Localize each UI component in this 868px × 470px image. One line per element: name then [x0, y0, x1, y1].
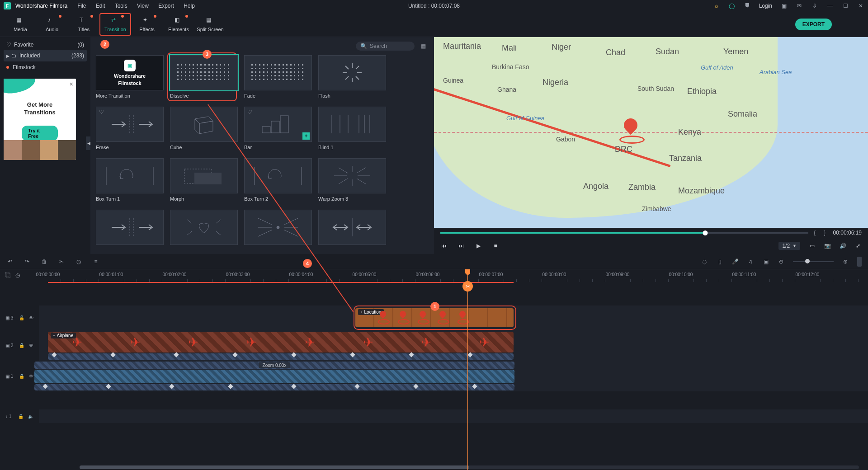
menu-help[interactable]: Help [184, 3, 195, 9]
save-icon[interactable]: ▣ [780, 2, 788, 9]
adjust-icon[interactable]: ≡ [92, 258, 99, 265]
transition-item[interactable]: Morph [170, 158, 238, 202]
favorite-row[interactable]: ♡Favorite (0) [4, 40, 87, 50]
tab-elements[interactable]: ◧Elements [163, 14, 194, 35]
transition-item[interactable]: Cube [170, 107, 238, 150]
lock-icon[interactable]: 🔓 [19, 315, 24, 320]
clip-airplane[interactable]: ▫Airplane ✈✈✈✈✈✈✈✈ [48, 332, 514, 352]
eye-icon[interactable]: 👁 [29, 343, 33, 348]
mail-icon[interactable]: ✉ [796, 2, 803, 9]
tab-media[interactable]: ▦Media [5, 14, 36, 35]
zoom-slider[interactable] [793, 261, 834, 262]
transition-item[interactable] [318, 210, 386, 245]
promo-close-icon[interactable]: × [70, 80, 73, 88]
track-fit-icon[interactable]: ⿻ [5, 272, 11, 278]
preview-scale-select[interactable]: 1/2▼ [778, 242, 800, 250]
heart-icon[interactable]: ♡ [99, 109, 104, 115]
timeline-ruler[interactable]: 00:00:00:0000:00:01:0000:00:02:0000:00:0… [39, 269, 868, 285]
render-icon[interactable]: ◌ [701, 258, 708, 265]
transition-item[interactable] [170, 210, 238, 245]
menu-file[interactable]: File [77, 3, 86, 9]
playhead[interactable]: ✂ [467, 269, 468, 470]
menu-edit[interactable]: Edit [96, 3, 105, 9]
menu-export[interactable]: Export [158, 3, 174, 9]
preview-canvas[interactable]: MauritaniaMaliNigerChadSudanYemenBurkina… [434, 37, 868, 228]
transition-item[interactable]: Box Turn 1 [96, 158, 164, 202]
voiceover-icon[interactable]: 🎤 [731, 258, 739, 265]
transition-item[interactable]: Flash [318, 55, 386, 99]
download-icon[interactable]: ⇩ [811, 2, 818, 9]
promo-try-button[interactable]: Try it Free [22, 126, 58, 141]
heart-icon[interactable]: ♡ [247, 109, 252, 115]
transition-item[interactable]: Box Turn 2 [244, 158, 312, 202]
gift-icon[interactable]: ⛊ [744, 2, 751, 9]
timeline-scrollbar[interactable] [80, 465, 859, 469]
transition-item[interactable]: ♡Erase [96, 107, 164, 150]
ruler-tick: 00:00:06:00 [416, 272, 440, 277]
next-frame-icon[interactable]: ⏭ [458, 242, 465, 249]
volume-icon[interactable]: 🔊 [839, 242, 846, 249]
tab-transition[interactable]: ⇄Transition [99, 13, 131, 36]
search-input[interactable]: 🔍Search [356, 42, 415, 51]
add-icon[interactable]: + [302, 132, 310, 140]
delete-icon[interactable]: 🗑 [41, 258, 48, 265]
lock-icon[interactable]: 🔓 [18, 414, 24, 419]
tab-effects[interactable]: ✦Effects [131, 14, 163, 35]
preview-scrubber[interactable] [440, 232, 808, 234]
scissors-icon[interactable]: ✂ [462, 281, 473, 291]
track-clock-icon[interactable]: ◷ [15, 272, 20, 278]
mark-in-out-icon[interactable]: { } [814, 230, 828, 236]
snapshot-icon[interactable]: 📷 [824, 242, 831, 249]
window-minimize-icon[interactable]: — [826, 2, 834, 9]
transition-item[interactable]: ♡+Bar [244, 107, 312, 150]
grid-view-icon[interactable]: ▦ [421, 43, 426, 49]
marker-icon[interactable]: ▯ [716, 258, 723, 265]
login-button[interactable]: Login [759, 3, 772, 9]
eye-icon[interactable]: 👁 [29, 315, 33, 320]
quality-icon[interactable]: ▭ [808, 242, 816, 249]
filmstock-row[interactable]: Filmstock [4, 61, 87, 73]
split-cut-icon[interactable]: ✂ [58, 258, 65, 265]
zoom-out-icon[interactable]: ⊖ [778, 258, 785, 265]
tab-titles[interactable]: TTitles [68, 14, 99, 35]
eye-icon[interactable]: 👁 [29, 374, 33, 379]
fullscreen-icon[interactable]: ⤢ [854, 242, 862, 249]
clip-zoom-top[interactable]: Zoom 0.00x [34, 362, 514, 369]
stop-icon[interactable]: ■ [492, 242, 499, 249]
svg-line-46 [258, 218, 272, 225]
export-button[interactable]: EXPORT [795, 19, 832, 30]
transition-item[interactable]: ▣WondershareFilmstockMore Transition [96, 55, 164, 99]
window-maximize-icon[interactable]: ☐ [842, 2, 849, 9]
keyframe-icon[interactable]: ▣ [762, 258, 769, 265]
zoom-in-icon[interactable]: ⊕ [842, 258, 849, 265]
lock-icon[interactable]: 🔒 [19, 343, 24, 348]
timeline-collapse-icon[interactable] [857, 257, 862, 267]
clip-main[interactable] [34, 370, 514, 383]
clip-location[interactable]: ▫Location [355, 308, 514, 327]
map-label: Zambia [628, 183, 656, 192]
sun-icon[interactable]: ☼ [713, 2, 720, 9]
included-row[interactable]: ▶🗀Included (233) [4, 50, 87, 61]
prev-frame-icon[interactable]: ⏮ [440, 242, 448, 249]
menu-tools[interactable]: Tools [115, 3, 127, 9]
transition-label: Blind 1 [318, 145, 386, 150]
lock-icon[interactable]: 🔒 [19, 374, 24, 379]
audio-mixer-icon[interactable]: ♫ [747, 258, 754, 265]
track-audio-1: ♪ 1🔓🔈 [39, 409, 868, 423]
transition-item[interactable]: Dissolve [168, 53, 236, 100]
transition-item[interactable]: Blind 1 [318, 107, 386, 150]
window-close-icon[interactable]: ✕ [857, 2, 864, 9]
menu-view[interactable]: View [137, 3, 149, 9]
speed-icon[interactable]: ◷ [75, 258, 82, 265]
play-icon[interactable]: ▶ [475, 242, 482, 249]
undo-icon[interactable]: ↶ [6, 258, 14, 265]
transition-item[interactable]: Fade [244, 55, 312, 99]
transition-item[interactable] [96, 210, 164, 245]
tab-audio[interactable]: ♪Audio [36, 14, 68, 35]
document-title: Untitled : 00:00:07:08 [408, 3, 460, 9]
headset-icon[interactable]: ◯ [728, 2, 736, 9]
mute-icon[interactable]: 🔈 [28, 414, 33, 419]
transition-item[interactable]: Warp Zoom 3 [318, 158, 386, 202]
redo-icon[interactable]: ↷ [24, 258, 31, 265]
tab-splitscreen[interactable]: ▤Split Screen [194, 14, 226, 35]
